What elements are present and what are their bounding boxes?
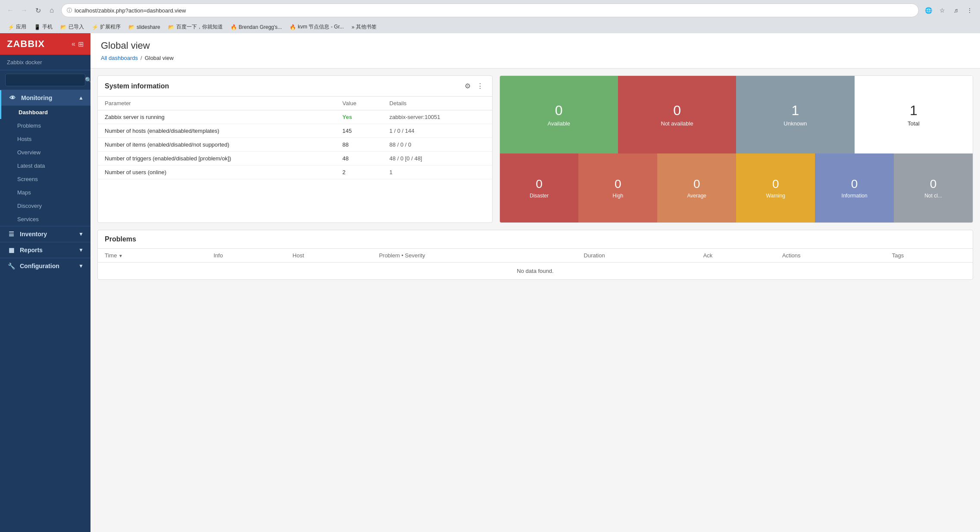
forward-button[interactable]: → [18, 4, 30, 16]
host-avail-widget: 0 Available 0 Not available 1 Unknown [499, 75, 973, 223]
sidebar-item-services[interactable]: Services [0, 213, 91, 226]
main-content: Global view All dashboards / Global view… [91, 33, 980, 532]
disaster-cell[interactable]: 0 Disaster [500, 153, 579, 222]
bookmark-slideshare[interactable]: 📂 slideshare [125, 23, 164, 31]
bookmark-apps[interactable]: ⚡ 应用 [4, 22, 30, 31]
col-details: Details [383, 97, 492, 110]
sidebar-item-screens[interactable]: Screens [0, 172, 91, 186]
high-label: High [613, 193, 624, 199]
param-cell: Number of users (online) [98, 166, 336, 179]
no-data-message: No data found. [98, 263, 973, 280]
bookmark-baidu[interactable]: 📂 百度一下，你就知道 [165, 22, 226, 31]
system-info-settings-button[interactable]: ⚙ [463, 81, 472, 91]
bookmark-phone[interactable]: 📱 手机 [31, 22, 56, 31]
problems-title: Problems [105, 235, 136, 243]
grid-button[interactable]: ⊞ [78, 40, 84, 48]
inventory-icon: ☰ [7, 231, 16, 238]
details-cell: 1 / 0 / 144 [383, 124, 492, 138]
search-input[interactable] [10, 77, 82, 83]
bookmark-imported[interactable]: 📂 已导入 [57, 22, 87, 31]
discovery-label: Discovery [17, 203, 42, 209]
disaster-count: 0 [536, 177, 543, 191]
unknown-count: 1 [792, 103, 799, 119]
monitoring-label: Monitoring [21, 94, 52, 101]
sidebar-item-reports[interactable]: ▩ Reports ▼ [0, 242, 91, 258]
reload-button[interactable]: ↻ [32, 4, 44, 16]
value-cell: Yes [336, 110, 383, 124]
not-classified-count: 0 [930, 177, 937, 191]
translate-button[interactable]: 🌐 [922, 4, 934, 16]
sidebar-item-hosts[interactable]: Hosts [0, 132, 91, 146]
table-row: Number of hosts (enabled/disabled/templa… [98, 124, 492, 138]
value-cell: 145 [336, 124, 383, 138]
page-header: Global view All dashboards / Global view [91, 33, 980, 69]
home-button[interactable]: ⌂ [46, 4, 58, 16]
extensions-button[interactable]: ♬ [950, 4, 962, 16]
problems-header-row: Time ▼ Info Host Problem • Severity Dura… [98, 249, 973, 263]
problems-table: Time ▼ Info Host Problem • Severity Dura… [98, 249, 973, 279]
back-button[interactable]: ← [4, 4, 16, 16]
secure-icon: ⓘ [67, 7, 72, 14]
address-bar[interactable]: ⓘ localhost/zabbix.php?action=dashboard.… [61, 3, 919, 17]
param-cell: Number of triggers (enabled/disabled [pr… [98, 152, 336, 166]
param-cell: Number of items (enabled/disabled/not su… [98, 138, 336, 152]
col-info: Info [206, 249, 285, 263]
col-value: Value [336, 97, 383, 110]
hosts-label: Hosts [17, 136, 31, 142]
not-classified-cell[interactable]: 0 Not cl... [894, 153, 973, 222]
not-available-count: 0 [673, 103, 681, 119]
col-time[interactable]: Time ▼ [98, 249, 206, 263]
sidebar-item-monitoring[interactable]: 👁 Monitoring ▲ [0, 90, 91, 106]
collapse-button[interactable]: « [72, 40, 75, 48]
sidebar-item-dashboard[interactable]: Dashboard [0, 106, 91, 119]
sidebar-item-configuration[interactable]: 🔧 Configuration ▼ [0, 258, 91, 274]
available-cell[interactable]: 0 Available [500, 76, 618, 153]
more-button[interactable]: ⋮ [964, 4, 976, 16]
average-cell[interactable]: 0 Average [657, 153, 736, 222]
not-available-cell[interactable]: 0 Not available [618, 76, 736, 153]
sidebar-item-maps[interactable]: Maps [0, 186, 91, 199]
total-label: Total [908, 120, 919, 127]
breadcrumb: All dashboards / Global view [101, 55, 970, 61]
browser-chrome: ← → ↻ ⌂ ⓘ localhost/zabbix.php?action=da… [0, 0, 980, 33]
system-info-header: System information ⚙ ⋮ [98, 76, 492, 97]
sort-icon: ▼ [119, 253, 123, 258]
warning-cell[interactable]: 0 Warning [736, 153, 815, 222]
browser-actions: 🌐 ☆ ♬ ⋮ [922, 4, 976, 16]
url-text: localhost/zabbix.php?action=dashboard.vi… [75, 7, 186, 14]
overview-label: Overview [17, 149, 41, 156]
sidebar-item-inventory[interactable]: ☰ Inventory ▼ [0, 226, 91, 242]
high-cell[interactable]: 0 High [578, 153, 657, 222]
col-problem-severity: Problem • Severity [372, 249, 577, 263]
bookmark-extensions[interactable]: ⚡ 扩展程序 [88, 22, 124, 31]
bookmark-brendan[interactable]: 🔥 Brendan Gregg's... [227, 23, 285, 31]
sidebar-item-discovery[interactable]: Discovery [0, 199, 91, 213]
value-cell: 48 [336, 152, 383, 166]
monitoring-section: 👁 Monitoring ▲ Dashboard Problems Hosts … [0, 90, 91, 226]
breadcrumb-parent[interactable]: All dashboards [101, 55, 138, 61]
logo-text: ZABBIX [7, 38, 45, 50]
total-cell[interactable]: 1 Total [855, 76, 973, 153]
problems-label: Problems [17, 122, 41, 129]
details-cell: 1 [383, 166, 492, 179]
bookmark-more[interactable]: » 其他书签 [348, 22, 381, 31]
search-box[interactable]: 🔍 [5, 74, 85, 86]
sidebar-item-overview[interactable]: Overview [0, 146, 91, 159]
average-count: 0 [693, 177, 700, 191]
bookmarks-bar: ⚡ 应用 📱 手机 📂 已导入 ⚡ 扩展程序 📂 slideshare 📂 百度… [4, 21, 976, 33]
unknown-cell[interactable]: 1 Unknown [736, 76, 854, 153]
system-info-more-button[interactable]: ⋮ [475, 81, 485, 91]
sidebar-item-problems[interactable]: Problems [0, 119, 91, 132]
inventory-caret: ▼ [78, 231, 84, 237]
bookmark-kvm[interactable]: 🔥 kvm 节点信息 - Gr... [286, 22, 347, 31]
inventory-label: Inventory [20, 231, 47, 238]
reports-section: ▩ Reports ▼ [0, 242, 91, 258]
available-label: Available [547, 120, 570, 127]
severity-row: 0 Disaster 0 High 0 Average 0 [500, 153, 973, 222]
sidebar-item-latest-data[interactable]: Latest data [0, 159, 91, 172]
information-cell[interactable]: 0 Information [815, 153, 894, 222]
col-host: Host [286, 249, 372, 263]
no-data-row: No data found. [98, 263, 973, 280]
reports-label: Reports [20, 247, 43, 253]
star-button[interactable]: ☆ [936, 4, 948, 16]
